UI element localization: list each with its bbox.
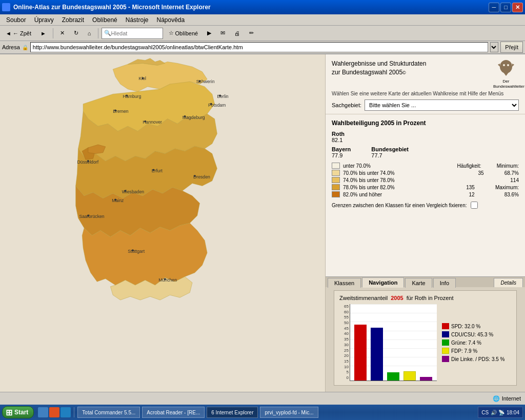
checkbox-label: Grenzen zwischen den Klassen für einen V… [332, 203, 467, 208]
fixieren-checkbox[interactable] [471, 202, 478, 209]
home-button[interactable]: ⌂ [84, 27, 95, 39]
menu-soubor[interactable]: Soubor [2, 15, 30, 25]
windows-icon: ⊞ [6, 408, 12, 417]
tab-klassen[interactable]: Klassen [328, 278, 361, 288]
svg-point-2 [507, 64, 509, 66]
tab-karte[interactable]: Karte [405, 278, 432, 288]
menu-zobrazit[interactable]: Zobrazit [58, 15, 88, 25]
legend-color-cdu [442, 331, 449, 337]
marker-berlin [219, 94, 221, 96]
tab-details[interactable]: Details [494, 278, 523, 287]
tab-navigation[interactable]: Navigation [362, 277, 404, 288]
toolbar-separator-1 [53, 28, 53, 38]
bundesgebiet-value: 77.7 [371, 152, 409, 158]
taskbar-total-commander[interactable]: Total Commander 5.5... [77, 407, 140, 418]
menu-bar: Soubor Úpravy Zobrazit Oblíbené Nástroje… [0, 14, 525, 26]
stats-title: Wahlbeteiligung 2005 in Prozent [332, 119, 519, 127]
bar-linke [420, 377, 432, 381]
edit-button[interactable]: ✏ [246, 27, 257, 39]
panel-title: Wahlergebnisse und Strukturdaten zur Bun… [332, 59, 426, 77]
legend-cdu: CDU/CSU: 45.3 % [442, 331, 505, 337]
quick-launch [38, 407, 71, 417]
legend-spd: SPD: 32.0 % [442, 323, 505, 329]
marker-hamburg [126, 94, 128, 96]
bundesland-value: 77.9 [332, 152, 351, 158]
legend-label-1: 70.0% bis unter 74.0% [343, 170, 395, 176]
go-button[interactable]: Přejít [500, 42, 523, 53]
marker-hannover [144, 121, 146, 123]
menu-napoveda[interactable]: Nápověda [152, 15, 189, 25]
media-button[interactable]: ▶ [204, 27, 215, 39]
legend-haeufigkeit-2: 114 [510, 177, 519, 183]
bundesland-label: Bayern [332, 146, 351, 152]
sachgebiet-select[interactable]: Bitte wählen Sie ... [365, 99, 519, 111]
menu-oblibene[interactable]: Oblíbené [88, 15, 122, 25]
checkbox-row: Grenzen zwischen den Klassen für einen V… [332, 198, 519, 212]
print-button[interactable]: 🖨 [231, 27, 244, 39]
address-input[interactable] [30, 42, 488, 52]
search-input[interactable] [111, 30, 157, 36]
forward-button[interactable]: ► [37, 27, 50, 39]
taskbar-acrobat[interactable]: Acrobat Reader - [RE... [142, 407, 205, 418]
city-magdeburg: Magdeburg [183, 115, 205, 120]
stop-button[interactable]: ✕ [56, 27, 68, 39]
legend-box-4 [332, 191, 340, 197]
map-area[interactable]: Kiel Schwerin Hamburg Bremen Berlin Pots… [0, 54, 325, 392]
legend-label-4: 82.0% und höher [343, 192, 382, 197]
maximum-value: 83.6% [504, 192, 519, 197]
legend-label-3: 78.0% bis unter 82.0% [343, 185, 395, 190]
marker-erfurt [153, 169, 155, 171]
location-name: Roth [332, 131, 519, 137]
star-icon: ☆ [169, 30, 174, 36]
minimize-button[interactable]: ─ [489, 3, 499, 12]
haeufigkeit-header: Häufigkeit: [457, 163, 481, 169]
main-content: Kiel Schwerin Hamburg Bremen Berlin Pots… [0, 54, 525, 392]
taskbar-mic[interactable]: prvi_vyplod-fd - Mic... [260, 407, 318, 418]
refresh-button[interactable]: ↻ [70, 27, 82, 39]
minimum-label: Minimum: [497, 163, 519, 169]
taskbar: ⊞ Start Total Commander 5.5... Acrobat R… [0, 405, 525, 420]
bar-chart-area [350, 304, 437, 381]
search-box[interactable]: 🔍 [102, 28, 163, 39]
marker-saarbrucken [87, 215, 89, 217]
menu-nastroje[interactable]: Nástroje [122, 15, 153, 25]
address-dropdown[interactable] [490, 42, 498, 52]
minimum-value: 68.7% [504, 170, 519, 176]
address-label: Adresa [2, 44, 20, 50]
menu-upravy[interactable]: Úpravy [30, 15, 58, 25]
bundesgebiet-label: Bundesgebiet [371, 146, 409, 152]
marker-magdeburg [184, 115, 186, 117]
globe-icon: 🌐 [493, 395, 500, 402]
stats-section: Wahlbeteiligung 2005 in Prozent Roth 82.… [326, 114, 525, 276]
marker-bremen [114, 109, 116, 111]
ie-icon [2, 3, 10, 11]
bundeswahlleiter-text: Der Bundeswahlleiter [493, 79, 519, 89]
mail-button[interactable]: ✉ [217, 27, 229, 39]
close-button[interactable]: ✕ [512, 3, 523, 12]
ql-folder-icon[interactable] [49, 407, 59, 417]
clock: 18:04 [507, 410, 519, 415]
right-panel: Wahlergebnisse und Strukturdaten zur Bun… [325, 54, 525, 392]
search-icon: 🔍 [104, 30, 111, 36]
bar-cdu [371, 328, 383, 381]
start-button[interactable]: ⊞ Start [2, 406, 34, 418]
city-berlin: Berlin [217, 94, 228, 99]
marker-dresden [194, 175, 196, 177]
tab-info[interactable]: Info [433, 278, 456, 288]
panel-header: Wahlergebnisse und Strukturdaten zur Bun… [326, 54, 525, 114]
ql-media-icon[interactable] [60, 407, 71, 417]
title-bar: Online-Atlas zur Bundestagswahl 2005 - M… [0, 0, 525, 14]
window-controls[interactable]: ─ □ ✕ [489, 3, 523, 12]
maximize-button[interactable]: □ [500, 3, 511, 12]
legend-color-grune [442, 339, 449, 346]
taskbar-ie[interactable]: 6 Internet Explorer [207, 407, 258, 418]
legend-haeufigkeit-3: 135 [466, 185, 475, 190]
ql-ie-icon[interactable] [38, 407, 48, 417]
germany-map-svg[interactable]: Kiel Schwerin Hamburg Bremen Berlin Pots… [0, 54, 325, 392]
sachgebiet-label: Sachgebiet: [332, 102, 361, 108]
back-button[interactable]: ◄ ← Zpět [2, 27, 35, 39]
city-saarbrucken: Saarbrücken [79, 214, 104, 219]
legend-color-spd [442, 323, 449, 329]
legend-haeufigkeit-1: 35 [478, 170, 484, 176]
favorites-button[interactable]: ☆ Oblíbené [165, 27, 202, 39]
